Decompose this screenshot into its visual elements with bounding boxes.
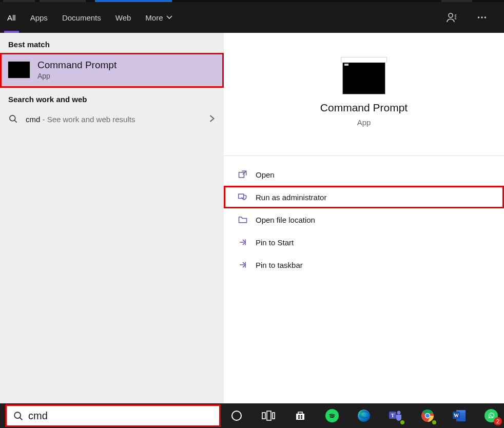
taskbar-cortana-icon[interactable] <box>228 407 245 424</box>
taskbar: T W <box>0 403 504 428</box>
preview-pane: Command Prompt App Open Run as adminis <box>224 33 504 403</box>
svg-rect-11 <box>273 413 275 419</box>
svg-point-2 <box>481 16 482 18</box>
pin-taskbar-icon <box>237 259 248 270</box>
folder-location-icon <box>237 214 248 225</box>
svg-rect-9 <box>262 413 265 419</box>
taskbar-word-icon[interactable]: W <box>451 407 468 424</box>
action-run-admin[interactable]: Run as administrator <box>224 186 504 208</box>
tab-all[interactable]: All <box>0 2 23 33</box>
svg-text:T: T <box>391 413 395 418</box>
tab-more-label: More <box>145 13 163 22</box>
action-open-location[interactable]: Open file location <box>224 208 504 231</box>
svg-point-1 <box>478 16 479 18</box>
whatsapp-badge: 2 <box>494 417 502 425</box>
web-query-text: cmd - See work and web results <box>26 115 135 124</box>
svg-rect-15 <box>301 417 302 419</box>
tab-more[interactable]: More <box>138 2 179 33</box>
taskbar-taskview-icon[interactable] <box>260 407 277 424</box>
svg-rect-14 <box>298 417 300 419</box>
action-pin-start[interactable]: Pin to Start <box>224 231 504 254</box>
svg-point-4 <box>10 115 15 121</box>
best-match-command-prompt[interactable]: Command Prompt App <box>0 53 224 88</box>
work-web-label: Search work and web <box>0 88 224 108</box>
svg-point-19 <box>397 411 401 415</box>
taskbar-store-icon[interactable] <box>292 407 309 424</box>
best-match-text: Command Prompt App <box>37 60 117 80</box>
taskbar-search-input[interactable] <box>28 410 213 422</box>
preview-header: Command Prompt App <box>224 33 504 156</box>
best-match-title: Command Prompt <box>37 60 117 71</box>
action-pin-taskbar-label: Pin to taskbar <box>256 261 303 269</box>
svg-point-8 <box>232 411 241 420</box>
svg-point-3 <box>484 16 486 18</box>
preview-title: Command Prompt <box>320 102 408 114</box>
svg-rect-13 <box>301 415 302 417</box>
profile-icon[interactable] <box>444 7 460 28</box>
command-prompt-large-icon <box>342 62 385 94</box>
search-panel: Best match Command Prompt App Search wor… <box>0 33 504 403</box>
taskbar-spotify-icon[interactable] <box>323 407 341 424</box>
search-icon <box>8 114 18 124</box>
svg-rect-5 <box>239 172 244 178</box>
svg-rect-6 <box>239 194 244 198</box>
action-open-location-label: Open file location <box>256 216 315 224</box>
svg-rect-10 <box>267 411 271 420</box>
shield-admin-icon <box>237 191 248 203</box>
svg-rect-12 <box>298 415 300 417</box>
tab-documents[interactable]: Documents <box>55 2 108 33</box>
search-icon <box>13 411 23 421</box>
taskbar-chrome-icon[interactable] <box>419 407 436 424</box>
command-prompt-icon <box>8 61 30 79</box>
pin-start-icon <box>237 237 248 248</box>
action-pin-taskbar[interactable]: Pin to taskbar <box>224 254 504 276</box>
open-icon <box>237 169 248 180</box>
taskbar-edge-icon[interactable] <box>355 407 373 424</box>
action-list: Open Run as administrator Open file loca… <box>224 156 504 276</box>
search-web-cmd[interactable]: cmd - See work and web results <box>0 108 224 130</box>
svg-point-7 <box>14 412 21 418</box>
more-options-icon[interactable] <box>474 7 490 28</box>
results-pane: Best match Command Prompt App Search wor… <box>0 33 224 403</box>
taskbar-teams-icon[interactable]: T <box>387 407 404 424</box>
svg-point-0 <box>449 13 453 17</box>
taskbar-search-box[interactable] <box>5 404 221 427</box>
tab-apps[interactable]: Apps <box>23 2 55 33</box>
action-run-admin-label: Run as administrator <box>256 193 326 202</box>
chevron-down-icon <box>166 14 172 21</box>
best-match-label: Best match <box>0 33 224 53</box>
taskbar-whatsapp-icon[interactable]: 2 <box>482 407 500 424</box>
action-open[interactable]: Open <box>224 163 504 186</box>
svg-text:W: W <box>454 413 459 418</box>
action-pin-start-label: Pin to Start <box>256 238 294 247</box>
tab-web[interactable]: Web <box>108 2 139 33</box>
search-tabs-bar: All Apps Documents Web More <box>0 2 504 33</box>
preview-subtitle: App <box>357 118 371 127</box>
svg-point-22 <box>425 414 430 418</box>
best-match-subtitle: App <box>37 72 117 80</box>
action-open-label: Open <box>256 170 275 179</box>
chevron-right-icon <box>208 115 216 124</box>
